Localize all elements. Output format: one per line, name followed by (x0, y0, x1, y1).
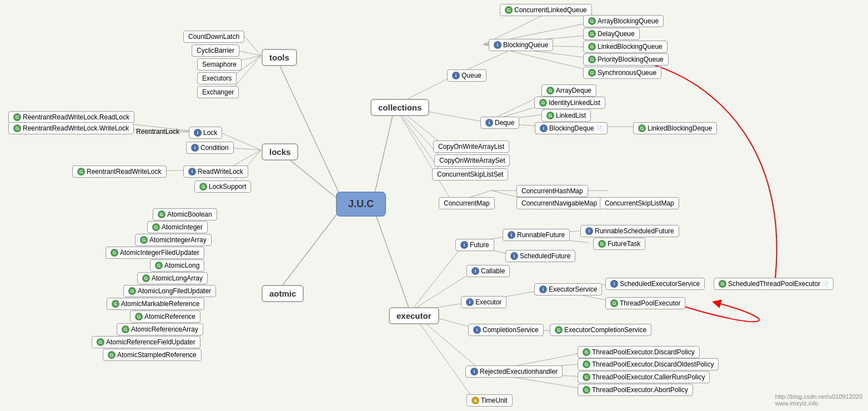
node-timeunit: eTimeUnit (466, 394, 513, 407)
node-runnablefuture: iRunnableFuture (503, 229, 570, 241)
node-executorcompletionservice: GExecutorCompletionService (550, 324, 651, 336)
group-collections: collections (370, 99, 429, 116)
node-atomicstampledreference: GAtomicStampledReference (103, 349, 202, 361)
node-concurrentlinkedqueue: GConcurrentLinkedQueue (500, 4, 592, 16)
svg-line-0 (278, 61, 344, 204)
node-readlock: GReentrantReadWriteLock.ReadLock (8, 111, 134, 123)
svg-line-2 (278, 204, 344, 292)
svg-line-41 (411, 244, 464, 311)
node-deque: iDeque (480, 117, 519, 129)
node-exchanger: Exchanger (197, 86, 239, 98)
svg-line-5 (244, 36, 261, 56)
node-future: iFuture (455, 239, 494, 251)
node-copyonwritearrayset: CopyOnWriteArraySet (434, 154, 510, 167)
icon-blue-lock: i (194, 129, 202, 137)
mindmap-canvas: J.U.C tools CountDownLatch CyclicBarrier… (0, 0, 868, 411)
node-linkedlist: GLinkedList (541, 109, 591, 122)
node-concurrentskiplistmap: ConcurrentSkipListMap (600, 197, 679, 209)
node-scheduledthreadpoolexecutor: GScheduledThreadPoolExecutor📄 (714, 278, 834, 290)
node-concurrenthashmap: ConcurrentHashMap (516, 185, 588, 197)
node-scheduledfuture: iScheduledFuture (505, 250, 575, 262)
node-linkedblockingdeque: GLinkedBlockingDeque (633, 122, 717, 134)
node-linkedblockingqueue: GLinkedBlockingQueue (583, 41, 668, 53)
node-blockingqueue: iBlockingQueue (489, 39, 553, 51)
node-cyclicbarrier: CyclicBarrier (192, 44, 239, 57)
node-discardpolicy: GThreadPoolExecutor.DiscardPolicy (578, 346, 700, 358)
node-scheduledexecutorservice: iScheduledExecutorService (605, 278, 705, 290)
node-discardoldestpolicy: GThreadPoolExecutor.DiscardOldestPolicy (578, 358, 719, 370)
svg-line-3 (372, 108, 394, 204)
node-threadpoolexecutor: GThreadPoolExecutor (605, 297, 685, 309)
node-blockingdeque: iBlockingDeque📄 (535, 122, 608, 134)
node-atomicinteger: GAtomicInteger (147, 221, 208, 233)
node-atomiclong: GAtomicLong (150, 259, 204, 272)
node-condition: iCondition (186, 142, 234, 154)
node-abortpolicy: GThreadPoolExecutor.AbortPolicy (578, 384, 693, 396)
icon-green-rrwl: G (77, 168, 85, 176)
node-queue: iQueue (447, 69, 486, 82)
icon-green-readlock: G (13, 113, 21, 121)
node-arrayblockingqueue: GArrayBlockingQueue (583, 15, 664, 27)
icon-blue-condition: i (191, 144, 199, 152)
svg-line-46 (411, 311, 475, 401)
node-arraydeque: GArrayDeque (541, 84, 596, 97)
node-runnablescheduledfuture: iRunnableScheduledFuture (580, 225, 679, 237)
node-atomicintegerfiledupdater: GAtomicIntegerFiledUpdater (106, 247, 204, 259)
node-priorityblockingqueue: GPriorityBlockingQueue (583, 53, 669, 66)
node-copyonwritearraylist: CopyOnWriteArrayList (433, 141, 509, 153)
center-label: J.U.C (348, 198, 374, 209)
node-atomicreferencearray: GAtomicReferenceArray (117, 323, 203, 335)
group-aotmic: aotmic (262, 285, 304, 302)
node-executors: Executors (197, 72, 237, 84)
node-reentrantreadwritelock: GReentrantReadWriteLock (72, 166, 167, 178)
icon-green-writelock: G (13, 124, 21, 132)
node-countdownlatch: CountDownLatch (183, 31, 244, 43)
node-concurrentmap: ConcurrentMap (439, 197, 495, 209)
node-synchronousqueue: GSynchronousQueue (583, 67, 661, 79)
node-concurrentskiplistset: ConcurrentSkipListSet (432, 168, 508, 181)
node-callerrunspolicy: GThreadPoolExecutor.CallerRunsPolicy (578, 371, 710, 383)
group-tools: tools (262, 49, 297, 66)
node-concurrentnavigablemap: ConcurrentNavigableMap (516, 197, 602, 209)
node-atomicboolean: GAtomicBoolean (153, 208, 217, 220)
icon-green-locksupport: G (199, 183, 207, 191)
node-writelock: GReentrantReadWriteLock.WriteLock (8, 122, 134, 134)
node-atomicreference: GAtomicReference (130, 310, 200, 323)
node-atomicreferencefieldupdater: GAtomicReferenceFieldUpdater (92, 336, 200, 348)
icon-blue-rwlock: i (188, 168, 196, 176)
node-lock: iLock (189, 127, 222, 139)
node-delayqueue: GDelayQueue (583, 28, 640, 40)
node-completionservice: iCompletionService (468, 324, 544, 336)
node-futuretask: GFutureTask (593, 238, 645, 250)
node-atomiclongfiledupdater: GAtomicLongFiledUpdater (123, 285, 216, 297)
node-atomiclongarray: GAtomicLongArray (137, 272, 208, 284)
node-executorservice: iExecutorService (534, 283, 602, 295)
node-rejectedexecutionhandler: iRejectedExecutionhandler (465, 365, 563, 378)
group-executor: executor (389, 307, 439, 324)
node-atomicintegerarray: GAtomicIntegerArray (135, 234, 212, 246)
node-executor: iExecutor (461, 296, 506, 308)
node-semaphore: Semaphore (197, 58, 242, 71)
group-locks: locks (262, 143, 298, 161)
node-reentrantlock: ReentrantLock (136, 128, 179, 136)
node-callable: iCallable (466, 265, 510, 277)
svg-line-4 (372, 204, 411, 314)
center-node: J.U.C (336, 192, 386, 217)
watermark: http://blog.csdn.net/u010912020www.imxyl… (775, 393, 862, 407)
node-atomicmarkablereference: GAtomicMarkableReference (107, 298, 204, 310)
node-readwritelock: iReadWriteLock (183, 166, 248, 178)
node-locksupport: GLockSupport (194, 181, 251, 193)
node-identitylinkedlist: GIdentityLinkedList (534, 97, 605, 109)
